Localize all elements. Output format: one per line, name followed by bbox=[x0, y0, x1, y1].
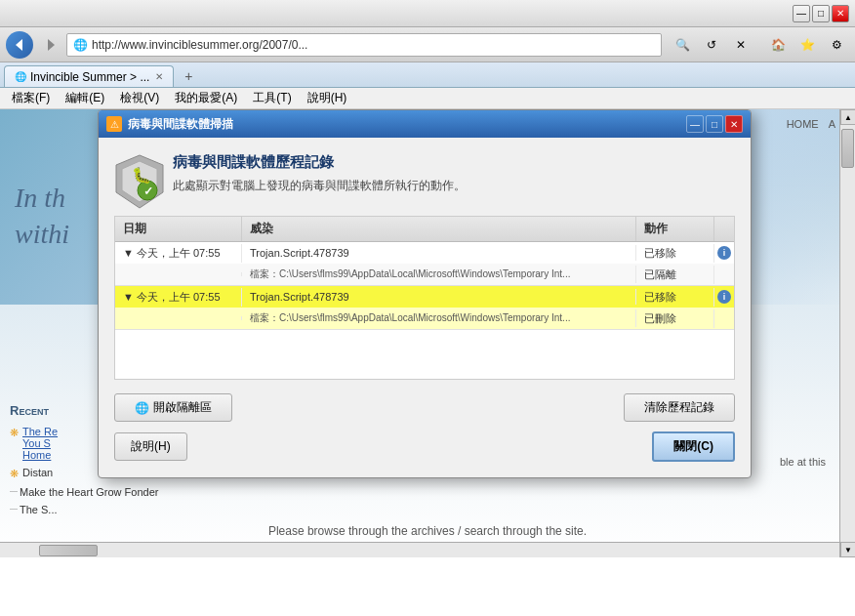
menu-help[interactable]: 說明(H) bbox=[300, 88, 355, 108]
tab-favicon: 🌐 bbox=[15, 71, 26, 82]
dialog-header-title: 病毒與間諜軟體歷程記錄 bbox=[173, 153, 466, 172]
clear-history-button[interactable]: 清除歷程記錄 bbox=[624, 393, 735, 422]
close-dialog-button[interactable]: 關閉(C) bbox=[652, 431, 735, 462]
shield-svg: ✓ 🐛 bbox=[114, 153, 165, 210]
quarantine-icon: 🌐 bbox=[135, 401, 149, 415]
forward-button[interactable] bbox=[37, 31, 64, 59]
menu-view[interactable]: 檢視(V) bbox=[112, 88, 167, 108]
dialog-title: 病毒與間諜軟體掃描 bbox=[128, 116, 686, 133]
row1-infection: Trojan.Script.478739 bbox=[242, 289, 636, 305]
row0-info-button[interactable]: i bbox=[714, 246, 734, 260]
menu-file[interactable]: 檔案(F) bbox=[4, 88, 58, 108]
new-tab-button[interactable]: + bbox=[178, 65, 199, 87]
tab-invincible-summer[interactable]: 🌐 Invincible Summer > ... ✕ bbox=[4, 65, 174, 87]
table-header: 日期 威染 動作 bbox=[115, 217, 734, 242]
address-text: http://www.invinciblesummer.org/2007/0..… bbox=[92, 38, 307, 52]
dialog-header-desc: 此處顯示對電腦上發現的病毒與間諜軟體所執行的動作。 bbox=[173, 178, 466, 194]
col-header-info bbox=[714, 217, 734, 241]
table-group-0: ▼ 今天，上午 07:55 Trojan.Script.478739 已移除 i bbox=[115, 242, 734, 286]
col-header-infection: 威染 bbox=[242, 217, 636, 241]
subrow0-action: 已隔離 bbox=[636, 266, 714, 284]
subrow0-infection: 檔案：C:\Users\flms99\AppData\Local\Microso… bbox=[242, 266, 636, 283]
dialog-maximize-button[interactable]: □ bbox=[706, 115, 723, 133]
favorites-icon[interactable]: ⭐ bbox=[794, 31, 821, 59]
dialog-header: ✓ 🐛 病毒與間諜軟體歷程記錄 此處顯示對電腦上發現的病毒與間諜軟體所執行的動作… bbox=[114, 153, 735, 200]
subrow0-date bbox=[115, 272, 242, 276]
menu-favorites[interactable]: 我的最愛(A) bbox=[167, 88, 245, 108]
info-icon-1[interactable]: i bbox=[717, 290, 731, 304]
dialog-action-buttons: 🌐 開啟隔離區 清除歷程記錄 bbox=[114, 393, 735, 422]
dialog-header-text: 病毒與間諜軟體歷程記錄 此處顯示對電腦上發現的病毒與間諜軟體所執行的動作。 bbox=[173, 153, 466, 194]
svg-text:🐛: 🐛 bbox=[132, 166, 151, 185]
menu-tools[interactable]: 工具(T) bbox=[245, 88, 299, 108]
dialog-title-buttons: — □ ✕ bbox=[686, 115, 743, 133]
page-icon: 🌐 bbox=[73, 38, 88, 52]
row1-info-button[interactable]: i bbox=[714, 290, 734, 304]
row0-infection: Trojan.Script.478739 bbox=[242, 245, 636, 261]
subrow1-action: 已刪除 bbox=[636, 309, 714, 328]
menu-bar: 檔案(F) 編輯(E) 檢視(V) 我的最愛(A) 工具(T) 說明(H) bbox=[0, 88, 855, 109]
browser-close-button[interactable]: ✕ bbox=[832, 5, 849, 22]
dialog-minimize-button[interactable]: — bbox=[686, 115, 704, 133]
browser-toolbar: 🌐 http://www.invinciblesummer.org/2007/0… bbox=[0, 27, 855, 62]
col-header-action: 動作 bbox=[636, 217, 714, 241]
back-button[interactable] bbox=[6, 31, 33, 59]
address-bar[interactable]: 🌐 http://www.invinciblesummer.org/2007/0… bbox=[66, 33, 662, 57]
browser-titlebar: — □ ✕ bbox=[0, 0, 855, 27]
tab-label: Invincible Summer > ... bbox=[30, 70, 149, 84]
dialog-overlay: ⚠ 病毒與間諜軟體掃描 — □ ✕ bbox=[0, 109, 855, 557]
stop-icon[interactable]: ✕ bbox=[727, 31, 754, 59]
minimize-button[interactable]: — bbox=[793, 5, 810, 22]
row1-action: 已移除 bbox=[636, 288, 714, 307]
tab-close-button[interactable]: ✕ bbox=[155, 71, 163, 82]
dialog-footer: 說明(H) 關閉(C) bbox=[114, 431, 735, 462]
dialog-close-button[interactable]: ✕ bbox=[725, 115, 743, 133]
table-row-1[interactable]: ▼ 今天，上午 07:55 Trojan.Script.478739 已移除 i bbox=[115, 286, 734, 308]
maximize-button[interactable]: □ bbox=[812, 5, 830, 22]
subrow1-date bbox=[115, 316, 242, 320]
search-icon[interactable]: 🔍 bbox=[669, 31, 696, 59]
content-area: HOME A In th withi Recent ❋ The ReYou SH… bbox=[0, 109, 855, 557]
tab-bar: 🌐 Invincible Summer > ... ✕ + bbox=[0, 62, 855, 88]
table-body: ▼ 今天，上午 07:55 Trojan.Script.478739 已移除 i bbox=[115, 242, 734, 379]
virus-scan-dialog: ⚠ 病毒與間諜軟體掃描 — □ ✕ bbox=[98, 109, 752, 478]
table-subrow-1: 檔案：C:\Users\flms99\AppData\Local\Microso… bbox=[115, 308, 734, 329]
dialog-body: ✓ 🐛 病毒與間諜軟體歷程記錄 此處顯示對電腦上發現的病毒與間諜軟體所執行的動作… bbox=[99, 138, 751, 477]
menu-edit[interactable]: 編輯(E) bbox=[58, 88, 112, 108]
row0-date: ▼ 今天，上午 07:55 bbox=[115, 244, 242, 263]
col-header-date: 日期 bbox=[115, 217, 242, 241]
open-quarantine-button[interactable]: 🌐 開啟隔離區 bbox=[114, 393, 232, 422]
row0-action: 已移除 bbox=[636, 244, 714, 263]
home-icon[interactable]: 🏠 bbox=[764, 31, 792, 59]
table-row-0[interactable]: ▼ 今天，上午 07:55 Trojan.Script.478739 已移除 i bbox=[115, 242, 734, 264]
refresh-icon[interactable]: ↺ bbox=[698, 31, 725, 59]
help-button[interactable]: 說明(H) bbox=[114, 432, 187, 461]
dialog-titlebar: ⚠ 病毒與間諜軟體掃描 — □ ✕ bbox=[99, 110, 751, 138]
row1-date: ▼ 今天，上午 07:55 bbox=[115, 288, 242, 307]
svg-text:✓: ✓ bbox=[143, 185, 153, 198]
virus-shield-icon: ✓ 🐛 bbox=[114, 153, 161, 200]
table-subrow-0: 檔案：C:\Users\flms99\AppData\Local\Microso… bbox=[115, 264, 734, 285]
virus-history-table: 日期 威染 動作 ▼ 今天，上午 07:55 Trojan.Script.478… bbox=[114, 216, 735, 380]
settings-icon[interactable]: ⚙ bbox=[823, 31, 850, 59]
toolbar-right: 🔍 ↺ ✕ 🏠 ⭐ ⚙ bbox=[668, 31, 851, 59]
dialog-title-icon: ⚠ bbox=[106, 116, 122, 132]
info-icon-0[interactable]: i bbox=[717, 246, 731, 260]
subrow1-infection: 檔案：C:\Users\flms99\AppData\Local\Microso… bbox=[242, 309, 636, 327]
table-group-1: ▼ 今天，上午 07:55 Trojan.Script.478739 已移除 i bbox=[115, 286, 734, 330]
